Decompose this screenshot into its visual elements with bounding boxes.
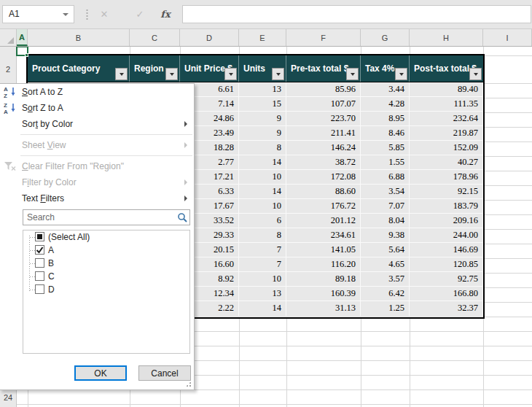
table-cell[interactable]: 7.07 (361, 199, 410, 214)
table-cell[interactable]: 6.88 (361, 170, 410, 185)
column-header-D[interactable]: D (180, 29, 239, 46)
column-header-H[interactable]: H (410, 29, 483, 46)
formula-bar-splitter[interactable] (86, 9, 88, 20)
table-cell[interactable]: 111.35 (410, 97, 483, 112)
table-cell[interactable]: 92.15 (410, 185, 483, 199)
table-cell[interactable]: 38.72 (286, 155, 361, 170)
table-cell[interactable]: 209.16 (410, 214, 483, 228)
name-box[interactable]: A1 (2, 5, 74, 23)
menu-item-sort-a-to-z[interactable]: AZSort A to Z (0, 84, 194, 100)
table-cell[interactable]: 88.60 (286, 185, 361, 199)
table-cell[interactable]: 9 (239, 112, 286, 126)
filter-value-item[interactable]: A (23, 244, 189, 257)
table-cell[interactable]: 146.24 (286, 141, 361, 155)
column-filter-button[interactable] (272, 68, 284, 80)
checkbox-unchecked[interactable] (35, 258, 44, 268)
table-cell[interactable]: 13 (239, 82, 286, 97)
checkbox-indeterminate[interactable] (35, 232, 44, 241)
table-cell[interactable]: 8 (239, 141, 286, 155)
table-cell[interactable]: 4.65 (361, 257, 410, 272)
table-cell[interactable]: 31.13 (286, 301, 361, 316)
column-filter-button[interactable] (469, 68, 482, 80)
table-cell[interactable]: 172.08 (286, 170, 361, 185)
column-header-C[interactable]: C (130, 29, 180, 46)
filter-value-item[interactable]: D (23, 283, 189, 296)
column-filter-button[interactable] (165, 68, 178, 80)
table-cell[interactable]: 9 (239, 126, 286, 141)
table-cell[interactable]: 160.39 (286, 287, 361, 301)
table-cell[interactable]: 92.75 (410, 272, 483, 287)
table-cell[interactable]: 13 (239, 287, 286, 301)
table-cell[interactable]: 8.04 (361, 214, 410, 228)
table-cell[interactable]: 219.87 (410, 126, 483, 141)
formula-cancel-icon[interactable]: ✕ (96, 5, 112, 23)
resize-grip[interactable] (185, 381, 192, 387)
table-cell[interactable]: 8.95 (361, 112, 410, 126)
table-cell[interactable]: 176.72 (286, 199, 361, 214)
table-cell[interactable]: 5.64 (361, 243, 410, 257)
checkbox-checked[interactable] (35, 245, 44, 255)
filter-value-item[interactable]: C (23, 270, 189, 283)
column-header-I[interactable]: I (483, 29, 532, 46)
table-cell[interactable]: 3.54 (361, 185, 410, 199)
menu-item-text-filters[interactable]: Text Filters (0, 190, 194, 206)
table-cell[interactable]: 152.09 (410, 141, 483, 155)
table-cell[interactable]: 223.70 (286, 112, 361, 126)
row-header-2[interactable]: 2 (0, 55, 16, 83)
table-cell[interactable]: 85.96 (286, 82, 361, 97)
column-header-G[interactable]: G (361, 29, 410, 46)
table-cell[interactable]: 14 (239, 301, 286, 316)
table-cell[interactable]: 3.57 (361, 272, 410, 287)
table-cell[interactable]: 1.55 (361, 155, 410, 170)
ok-button[interactable]: OK (74, 365, 127, 381)
table-cell[interactable]: 166.80 (410, 287, 483, 301)
menu-item-sort-by-color[interactable]: Sort by Color (0, 116, 194, 132)
table-cell[interactable]: 178.96 (410, 170, 483, 185)
table-cell[interactable]: 6.42 (361, 287, 410, 301)
filter-value-item[interactable]: B (23, 257, 189, 270)
table-cell[interactable]: 14 (239, 155, 286, 170)
column-filter-button[interactable] (224, 68, 237, 80)
table-cell[interactable]: 10 (239, 170, 286, 185)
table-cell[interactable]: 5.85 (361, 141, 410, 155)
fill-handle[interactable] (25, 53, 28, 57)
row-header-24[interactable]: 24 (0, 389, 16, 404)
menu-item-sort-z-to-a[interactable]: ZASort Z to A (0, 100, 194, 116)
column-header-B[interactable]: B (28, 29, 130, 46)
table-cell[interactable]: 4.28 (361, 97, 410, 112)
table-cell[interactable]: 40.27 (410, 155, 483, 170)
filter-value-item[interactable]: (Select All) (23, 230, 189, 244)
table-cell[interactable]: 183.79 (410, 199, 483, 214)
insert-function-icon[interactable]: fx (157, 5, 173, 23)
formula-bar-input[interactable] (182, 5, 531, 23)
table-cell[interactable]: 116.20 (286, 257, 361, 272)
checkbox-unchecked[interactable] (35, 271, 44, 281)
table-cell[interactable]: 7 (239, 257, 286, 272)
table-cell[interactable]: 232.64 (410, 112, 483, 126)
table-cell[interactable]: 3.44 (361, 82, 410, 97)
table-cell[interactable]: 234.61 (286, 228, 361, 243)
table-cell[interactable]: 10 (239, 272, 286, 287)
table-cell[interactable]: 120.85 (410, 257, 483, 272)
table-cell[interactable]: 7 (239, 243, 286, 257)
table-cell[interactable]: 14 (239, 185, 286, 199)
column-filter-button[interactable] (346, 68, 359, 80)
table-cell[interactable]: 201.12 (286, 214, 361, 228)
table-cell[interactable]: 244.00 (410, 228, 483, 243)
column-header-F[interactable]: F (286, 29, 361, 46)
table-cell[interactable]: 8 (239, 228, 286, 243)
table-cell[interactable]: 8.46 (361, 126, 410, 141)
table-cell[interactable]: 89.18 (286, 272, 361, 287)
column-filter-button[interactable] (395, 68, 407, 80)
cancel-button[interactable]: Cancel (138, 365, 191, 381)
table-cell[interactable]: 10 (239, 199, 286, 214)
table-cell[interactable]: 211.41 (286, 126, 361, 141)
table-cell[interactable]: 146.69 (410, 243, 483, 257)
table-cell[interactable]: 15 (239, 97, 286, 112)
table-cell[interactable]: 141.05 (286, 243, 361, 257)
name-box-dropdown-icon[interactable] (63, 13, 69, 16)
table-cell[interactable]: 6 (239, 214, 286, 228)
formula-enter-icon[interactable]: ✓ (132, 5, 148, 23)
search-input[interactable] (23, 209, 190, 225)
table-cell[interactable]: 89.40 (410, 82, 483, 97)
